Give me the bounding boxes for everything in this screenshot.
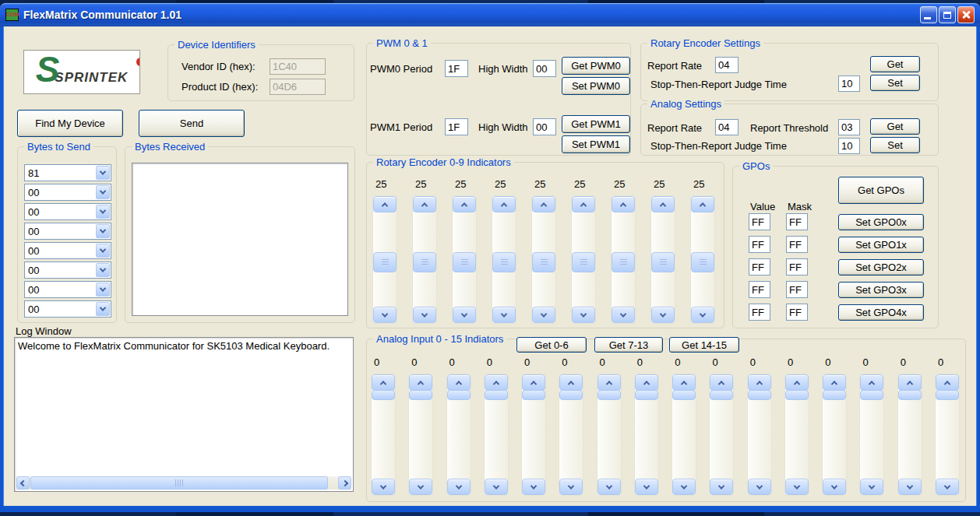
get-0-6-button[interactable]: Get 0-6	[516, 337, 587, 353]
scroll-up-button[interactable]	[372, 374, 395, 391]
scroll-thumb[interactable]	[635, 390, 658, 400]
send-button[interactable]: Send	[139, 110, 245, 137]
gpo3-mask-field[interactable]	[786, 281, 808, 298]
analog-slider-1[interactable]	[409, 374, 432, 495]
scroll-down-button[interactable]	[532, 307, 555, 323]
gpo1-value-field[interactable]	[749, 236, 770, 253]
byte-combo-0[interactable]: 81	[24, 164, 111, 181]
gpo2-mask-field[interactable]	[786, 258, 808, 276]
scroll-down-button[interactable]	[485, 479, 508, 495]
dropdown-button[interactable]	[96, 244, 110, 258]
log-horizontal-scrollbar[interactable]	[16, 476, 351, 490]
byte-combo-1[interactable]: 00	[24, 184, 111, 201]
scroll-down-button[interactable]	[373, 307, 397, 323]
gpo4-mask-field[interactable]	[786, 304, 808, 321]
scroll-up-button[interactable]	[559, 374, 583, 391]
scroll-up-button[interactable]	[572, 196, 595, 212]
scroll-down-button[interactable]	[453, 307, 476, 323]
byte-combo-5[interactable]: 00	[24, 262, 111, 279]
analog-slider-15[interactable]	[936, 374, 959, 495]
dropdown-button[interactable]	[96, 166, 110, 180]
set-pwm0-button[interactable]: Set PWM0	[562, 77, 630, 95]
scroll-down-button[interactable]	[598, 479, 621, 495]
byte-combo-2[interactable]: 00	[24, 203, 111, 220]
scroll-down-button[interactable]	[522, 479, 545, 495]
scroll-up-button[interactable]	[522, 374, 545, 391]
set-gpo4-button[interactable]: Set GPO4x	[838, 304, 924, 321]
gpo0-mask-field[interactable]	[786, 213, 808, 230]
rotary-slider-5[interactable]	[572, 196, 595, 323]
scroll-thumb[interactable]	[598, 390, 621, 400]
minimize-button[interactable]	[920, 6, 937, 23]
pwm0-period-field[interactable]	[445, 60, 468, 77]
analog-slider-14[interactable]	[898, 374, 922, 495]
scroll-thumb[interactable]	[532, 252, 555, 272]
scroll-thumb[interactable]	[485, 390, 508, 400]
scroll-up-button[interactable]	[936, 374, 959, 391]
rotary-slider-7[interactable]	[651, 196, 675, 323]
dropdown-button[interactable]	[96, 283, 110, 297]
analog-slider-9[interactable]	[710, 374, 733, 495]
analog-slider-4[interactable]	[522, 374, 545, 495]
scroll-up-button[interactable]	[485, 374, 508, 391]
scroll-down-button[interactable]	[635, 479, 658, 495]
close-button[interactable]	[957, 6, 975, 23]
title-bar[interactable]: COM FlexMatrix Communicator 1.01	[0, 3, 980, 26]
gpo0-value-field[interactable]	[749, 213, 770, 230]
rotary-slider-6[interactable]	[612, 196, 635, 323]
scroll-up-button[interactable]	[413, 196, 436, 212]
scroll-down-button[interactable]	[748, 479, 771, 495]
set-gpo0-button[interactable]: Set GPO0x	[838, 214, 924, 230]
scroll-up-button[interactable]	[651, 196, 675, 212]
report-rate-field[interactable]	[715, 57, 739, 73]
analog-slider-8[interactable]	[672, 374, 696, 495]
rotary-slider-0[interactable]	[373, 196, 397, 323]
scroll-up-button[interactable]	[409, 374, 432, 391]
log-window-panel[interactable]: Welcome to FlexMatrix Communicator for S…	[14, 337, 354, 492]
find-my-device-button[interactable]: Find My Device	[17, 110, 123, 137]
analog-slider-6[interactable]	[598, 374, 621, 495]
scroll-up-button[interactable]	[748, 374, 771, 391]
scroll-down-button[interactable]	[409, 479, 432, 495]
analog-slider-3[interactable]	[485, 374, 508, 495]
analog-slider-11[interactable]	[785, 374, 809, 495]
scroll-thumb[interactable]	[748, 390, 771, 400]
scroll-up-button[interactable]	[823, 374, 846, 391]
scroll-thumb[interactable]	[936, 390, 959, 400]
bytes-received-panel[interactable]	[132, 163, 348, 316]
scroll-up-button[interactable]	[598, 374, 621, 391]
scroll-up-button[interactable]	[635, 374, 658, 391]
scroll-thumb[interactable]	[373, 252, 397, 272]
rotary-slider-1[interactable]	[413, 196, 436, 323]
scroll-up-button[interactable]	[453, 196, 476, 212]
scroll-thumb[interactable]	[710, 390, 733, 400]
scroll-up-button[interactable]	[373, 196, 397, 212]
scroll-thumb[interactable]	[612, 252, 635, 272]
scroll-thumb[interactable]	[572, 252, 595, 272]
scroll-thumb[interactable]	[30, 476, 328, 490]
scroll-down-button[interactable]	[612, 307, 635, 323]
maximize-button[interactable]	[939, 6, 956, 23]
judge-time-field[interactable]	[838, 138, 860, 154]
scroll-thumb[interactable]	[372, 390, 395, 400]
scroll-left-button[interactable]	[16, 476, 30, 490]
scroll-thumb[interactable]	[823, 390, 846, 400]
scroll-down-button[interactable]	[936, 479, 959, 495]
scroll-down-button[interactable]	[372, 479, 395, 495]
report-rate-field[interactable]	[715, 119, 739, 135]
byte-combo-3[interactable]: 00	[24, 223, 111, 240]
analog-get-button[interactable]: Get	[870, 118, 920, 135]
scroll-up-button[interactable]	[672, 374, 696, 391]
scroll-down-button[interactable]	[672, 479, 696, 495]
scroll-thumb[interactable]	[651, 252, 675, 272]
judge-time-field[interactable]	[838, 75, 860, 92]
analog-slider-10[interactable]	[748, 374, 771, 495]
scroll-thumb[interactable]	[672, 390, 696, 400]
app-icon[interactable]: COM	[5, 9, 19, 21]
get-pwm1-button[interactable]: Get PWM1	[562, 115, 630, 133]
set-gpo2-button[interactable]: Set GPO2x	[838, 259, 924, 276]
scroll-thumb[interactable]	[898, 390, 922, 400]
scroll-right-button[interactable]	[338, 476, 351, 490]
rotary-slider-4[interactable]	[532, 196, 555, 323]
scroll-down-button[interactable]	[785, 479, 809, 495]
